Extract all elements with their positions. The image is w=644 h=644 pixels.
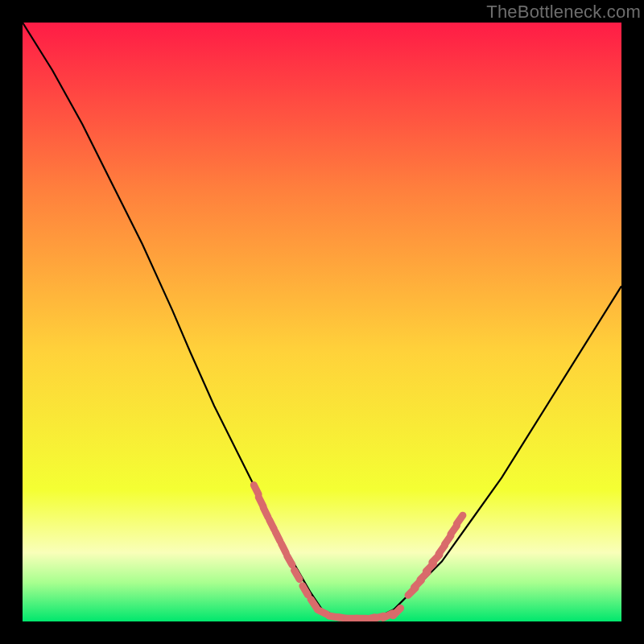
data-marker xyxy=(275,532,280,542)
data-marker xyxy=(303,586,308,595)
data-marker xyxy=(263,508,268,518)
data-marker xyxy=(270,520,275,530)
chart-frame xyxy=(23,23,621,621)
data-marker xyxy=(456,515,463,524)
data-marker xyxy=(295,570,300,579)
data-marker xyxy=(287,556,292,565)
data-marker xyxy=(254,485,258,495)
bottleneck-chart xyxy=(23,23,621,621)
data-marker xyxy=(317,609,327,614)
watermark-text: TheBottleneck.com xyxy=(486,2,641,23)
gradient-background xyxy=(23,23,621,621)
data-marker xyxy=(282,543,287,553)
